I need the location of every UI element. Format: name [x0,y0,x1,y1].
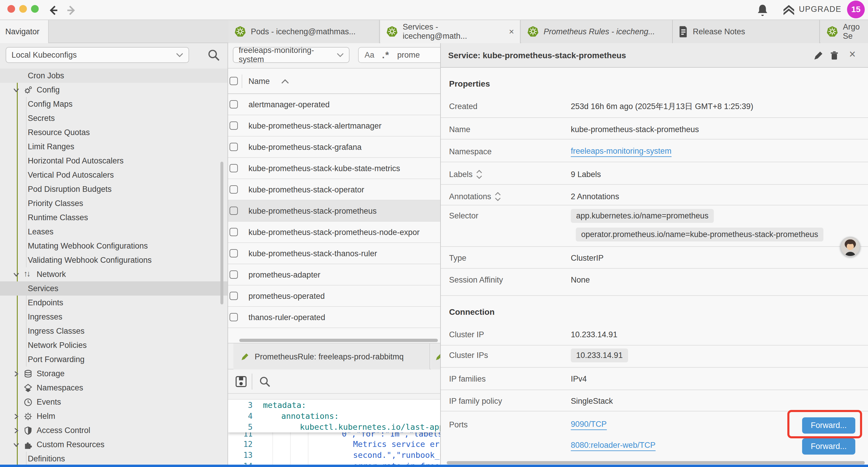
sidebar-item-vertical-pod-autoscalers[interactable]: Vertical Pod Autoscalers [0,168,228,182]
namespace-select[interactable]: freeleaps-monitoring-system [233,47,349,63]
close-window-button[interactable] [7,5,15,13]
row-checkbox[interactable] [229,228,238,236]
sidebar-item-limit-ranges[interactable]: Limit Ranges [0,140,228,154]
table-row[interactable]: kube-prometheus-stack-kube-state-metrics [228,158,440,179]
sidebar-item-mutating-webhook-configurations[interactable]: Mutating Webhook Configurations [0,239,228,253]
chevron-right-icon[interactable] [13,428,20,434]
match-case-icon[interactable]: Aa [365,51,374,60]
table-row[interactable]: kube-prometheus-stack-thanos-ruler [228,243,440,264]
editor-search-icon[interactable] [258,375,271,388]
sidebar-item-cron-jobs[interactable]: Cron Jobs [0,68,228,83]
sidebar-group-access-control[interactable]: Access Control [0,423,228,437]
save-icon[interactable] [235,375,247,388]
tab-prometheus-rules[interactable]: Prometheus Rules - icecheng... [521,20,673,43]
table-row[interactable]: alertmanager-operated [228,94,440,115]
row-checkbox[interactable] [229,207,238,215]
sidebar-group-network[interactable]: ↑↓ Network [0,267,228,282]
tab-argo[interactable]: Argo Se [820,20,868,43]
sidebar-item-port-forwarding[interactable]: Port Forwarding [0,352,228,367]
upgrade-icon[interactable] [782,4,795,17]
row-checkbox[interactable] [229,185,238,194]
tab-release-notes[interactable]: Release Notes [673,20,820,43]
edit-pencil-icon[interactable] [813,50,824,61]
notifications-bell-icon[interactable] [756,4,769,17]
chevron-right-icon[interactable] [13,371,20,377]
delete-trash-icon[interactable] [829,50,840,61]
name-column-header[interactable]: Name [248,68,270,94]
sidebar-item-endpoints[interactable]: Endpoints [0,296,228,310]
namespace-link[interactable]: freeleaps-monitoring-system [571,147,672,157]
sidebar-group-config[interactable]: Config [0,83,228,97]
expand-updown-icon[interactable] [495,192,501,201]
webcam-avatar[interactable] [840,237,860,257]
sidebar-search-icon[interactable] [207,48,220,62]
tab-services[interactable]: Services - icecheng@math... × [380,20,521,43]
sidebar-group-custom-resources[interactable]: Custom Resources [0,437,228,451]
sort-ascending-icon[interactable] [281,79,289,84]
tab-pods[interactable]: Pods - icecheng@mathmas... [228,20,380,43]
row-checkbox[interactable] [229,100,238,109]
notification-count-badge[interactable]: 15 [847,1,865,18]
editor-tab-prometheusrule[interactable]: PrometheusRule: freeleaps-prod-rabbitmq [234,344,430,370]
sidebar-item-priority-classes[interactable]: Priority Classes [0,196,228,210]
editor-tab-partial[interactable] [431,344,440,370]
chevron-down-icon[interactable] [13,87,20,93]
close-panel-icon[interactable]: × [849,48,856,61]
sidebar-item-resource-quotas[interactable]: Resource Quotas [0,125,228,140]
filter-input[interactable]: Aa .* prome [358,47,440,63]
sidebar-item-config-maps[interactable]: Config Maps [0,97,228,111]
table-row[interactable]: kube-prometheus-stack-alertmanager [228,115,440,137]
table-row-selected[interactable]: kube-prometheus-stack-prometheus [228,200,440,222]
sidebar-item-services[interactable]: Services [0,282,228,296]
upgrade-button[interactable]: UPGRADE [799,5,841,14]
property-row-cluster-ip: Cluster IP 10.233.14.91 [441,327,868,342]
sidebar-item-network-policies[interactable]: Network Policies [0,338,228,352]
sidebar-item-ingress-classes[interactable]: Ingress Classes [0,324,228,338]
row-checkbox[interactable] [229,121,238,130]
forward-icon[interactable] [64,4,78,17]
row-checkbox[interactable] [229,249,238,258]
back-icon[interactable] [47,4,60,17]
port-link[interactable]: 8080:reloader-web/TCP [571,441,656,451]
sidebar-group-storage[interactable]: Storage [0,367,228,381]
expand-updown-icon[interactable] [476,170,482,179]
forward-port-button[interactable]: Forward... [802,438,855,455]
sidebar-item-runtime-classes[interactable]: Runtime Classes [0,210,228,225]
sidebar-item-validating-webhook-configurations[interactable]: Validating Webhook Configurations [0,253,228,267]
detail-horizontal-scrollbar[interactable] [447,461,865,464]
select-all-checkbox[interactable] [229,77,238,85]
sidebar-scrollbar[interactable] [220,162,223,304]
sidebar-item-secrets[interactable]: Secrets [0,111,228,125]
row-checkbox[interactable] [229,143,238,151]
sidebar-group-helm[interactable]: Helm [0,409,228,423]
regex-icon[interactable]: .* [382,50,390,61]
table-row[interactable]: kube-prometheus-stack-grafana [228,137,440,158]
sidebar-item-ingresses[interactable]: Ingresses [0,310,228,324]
sidebar-item-horizontal-pod-autoscalers[interactable]: Horizontal Pod Autoscalers [0,154,228,168]
port-link[interactable]: 9090/TCP [571,420,607,430]
sidebar-item-events[interactable]: Events [0,395,228,409]
row-checkbox[interactable] [229,313,238,321]
row-checkbox[interactable] [229,164,238,172]
tab-navigator[interactable]: Navigator [0,20,49,43]
kubeconfig-select[interactable]: Local Kubeconfigs [6,47,189,63]
horizontal-scrollbar[interactable] [239,339,438,342]
chevron-down-icon[interactable] [13,271,20,278]
sidebar-item-pod-disruption-budgets[interactable]: Pod Disruption Budgets [0,182,228,196]
row-checkbox[interactable] [229,270,238,279]
yaml-editor[interactable]: 11 0","for":"1m","labels":{"service":"f … [228,400,440,465]
row-checkbox[interactable] [229,292,238,300]
table-row[interactable]: kube-prometheus-stack-prometheus-node-ex… [228,222,440,243]
sidebar-item-leases[interactable]: Leases [0,225,228,239]
table-row[interactable]: prometheus-adapter [228,264,440,286]
zoom-window-button[interactable] [31,5,39,13]
minimize-window-button[interactable] [19,5,27,13]
sidebar-item-namespaces[interactable]: Namespaces [0,381,228,395]
table-row[interactable]: prometheus-operated [228,286,440,307]
table-row[interactable]: kube-prometheus-stack-operator [228,179,440,200]
chevron-right-icon[interactable] [13,413,20,420]
close-tab-icon[interactable]: × [509,27,514,37]
chevron-down-icon[interactable] [13,442,20,448]
sidebar-item-definitions[interactable]: Definitions [0,451,228,466]
table-row[interactable]: thanos-ruler-operated [228,307,440,328]
